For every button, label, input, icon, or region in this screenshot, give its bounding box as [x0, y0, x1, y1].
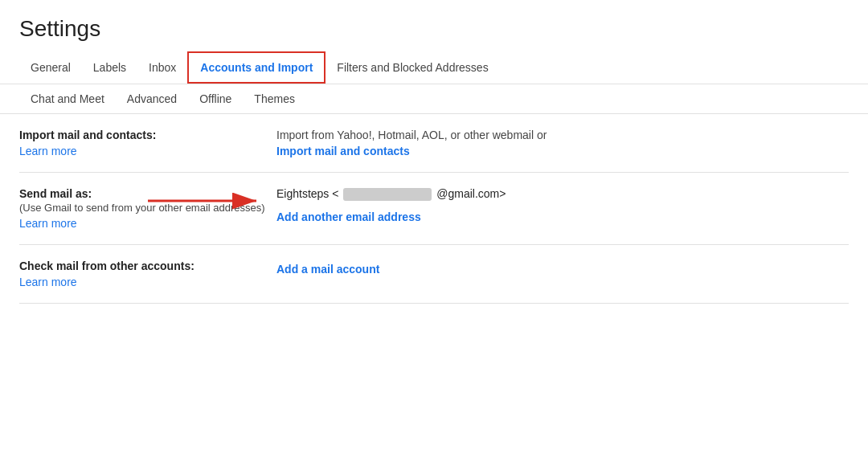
- email-entry: Eightsteps < @gmail.com>: [276, 187, 506, 201]
- email-redacted: [343, 188, 432, 201]
- check-mail-value: Add a mail account: [276, 259, 849, 276]
- tab-themes[interactable]: Themes: [243, 84, 306, 113]
- tab-offline[interactable]: Offline: [188, 84, 243, 113]
- send-mail-value: Eightsteps < @gmail.com> Add another ema…: [276, 187, 849, 223]
- add-mail-account-link[interactable]: Add a mail account: [276, 263, 849, 276]
- check-mail-learn-more[interactable]: Learn more: [19, 276, 77, 288]
- import-mail-row: Import mail and contacts: Learn more Imp…: [19, 114, 849, 173]
- tab-row-2: Chat and Meet Advanced Offline Themes: [0, 84, 868, 114]
- import-mail-label-title: Import mail and contacts:: [19, 129, 276, 141]
- import-mail-value: Import from Yahoo!, Hotmail, AOL, or oth…: [276, 129, 849, 157]
- email-suffix: @gmail.com>: [436, 187, 506, 200]
- import-mail-label: Import mail and contacts: Learn more: [19, 129, 276, 157]
- import-mail-contacts-link[interactable]: Import mail and contacts: [276, 145, 849, 157]
- add-another-email-link[interactable]: Add another email address: [276, 210, 849, 223]
- page-title: Settings: [0, 0, 868, 51]
- settings-page: Settings General Labels Inbox Accounts a…: [0, 0, 868, 304]
- tab-chat-meet[interactable]: Chat and Meet: [19, 84, 116, 113]
- email-name: Eightsteps <: [276, 187, 338, 200]
- settings-content: Import mail and contacts: Learn more Imp…: [0, 114, 868, 304]
- check-mail-label: Check mail from other accounts: Learn mo…: [19, 259, 276, 288]
- tab-filters-blocked[interactable]: Filters and Blocked Addresses: [326, 53, 499, 82]
- send-mail-learn-more[interactable]: Learn more: [19, 217, 77, 230]
- import-mail-learn-more[interactable]: Learn more: [19, 145, 77, 157]
- check-mail-row: Check mail from other accounts: Learn mo…: [19, 245, 849, 304]
- send-mail-label-desc: (Use Gmail to send from your other email…: [19, 202, 276, 214]
- send-mail-label: Send mail as: (Use Gmail to send from yo…: [19, 187, 276, 230]
- tab-inbox[interactable]: Inbox: [137, 53, 187, 82]
- tab-row-1: General Labels Inbox Accounts and Import…: [0, 51, 868, 84]
- tab-advanced[interactable]: Advanced: [116, 84, 188, 113]
- send-mail-row: Send mail as: (Use Gmail to send from yo…: [19, 173, 849, 245]
- tab-general[interactable]: General: [19, 53, 82, 82]
- tab-accounts-import[interactable]: Accounts and Import: [187, 51, 326, 84]
- send-mail-label-title: Send mail as:: [19, 187, 276, 200]
- check-mail-label-title: Check mail from other accounts:: [19, 259, 276, 272]
- import-mail-desc: Import from Yahoo!, Hotmail, AOL, or oth…: [276, 129, 849, 141]
- tab-labels[interactable]: Labels: [82, 53, 137, 82]
